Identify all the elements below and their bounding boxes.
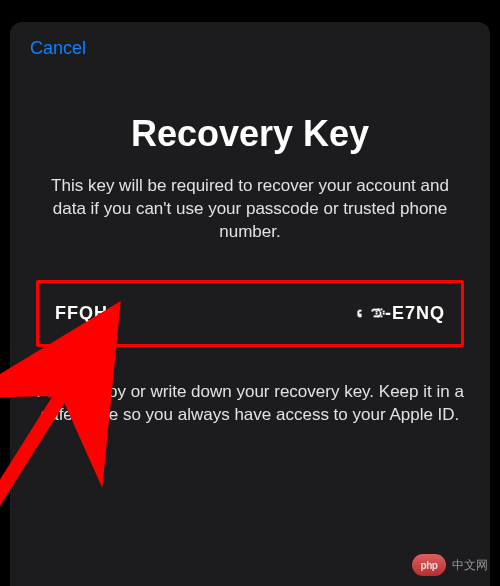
recovery-key-box[interactable]: FFQH- ော-E7NQ bbox=[36, 280, 464, 347]
recovery-key-prefix: FFQH- bbox=[55, 303, 115, 324]
recovery-key-suffix: ော-E7NQ bbox=[375, 303, 445, 324]
cancel-button[interactable]: Cancel bbox=[30, 38, 86, 59]
page-title: Recovery Key bbox=[30, 113, 470, 155]
hint-rest: t a copy or write down your recovery key… bbox=[41, 382, 464, 424]
subtitle-text: This key will be required to recover you… bbox=[34, 175, 466, 244]
header-row: Cancel bbox=[30, 38, 470, 59]
hint-prefix: P bbox=[36, 382, 47, 401]
watermark-logo-icon: php bbox=[412, 554, 446, 576]
watermark: php 中文网 bbox=[412, 554, 488, 576]
modal-sheet: Cancel Recovery Key This key will be req… bbox=[10, 22, 490, 586]
watermark-text: 中文网 bbox=[452, 557, 488, 574]
hint-text: Print a copy or write down your recovery… bbox=[36, 381, 464, 427]
